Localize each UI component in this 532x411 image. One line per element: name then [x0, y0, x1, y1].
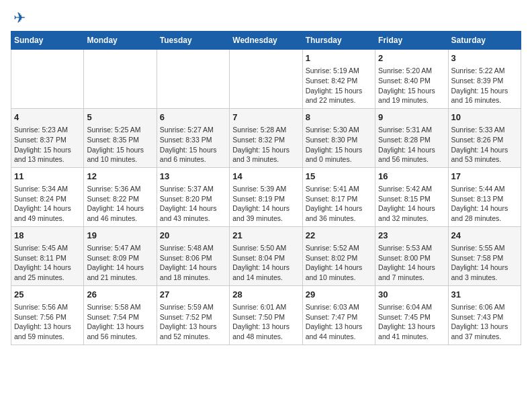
day-detail: Sunrise: 6:06 AM	[451, 303, 505, 311]
calendar-cell: 4Sunrise: 5:23 AMSunset: 8:37 PMDaylight…	[11, 108, 84, 167]
day-detail: and 16 minutes.	[451, 96, 502, 104]
day-detail: Sunset: 8:06 PM	[160, 254, 212, 262]
day-number: 19	[87, 230, 153, 242]
day-detail: Daylight: 15 hours	[232, 146, 290, 154]
day-detail: Daylight: 13 hours	[87, 322, 144, 330]
calendar-cell: 1Sunrise: 5:19 AMSunset: 8:42 PMDaylight…	[302, 50, 375, 109]
calendar-cell: 31Sunrise: 6:06 AMSunset: 7:43 PMDayligh…	[448, 285, 521, 345]
day-detail: Sunset: 8:35 PM	[87, 136, 139, 144]
calendar-cell: 13Sunrise: 5:37 AMSunset: 8:20 PMDayligh…	[157, 167, 229, 226]
day-detail: Sunset: 7:54 PM	[87, 313, 139, 321]
day-detail: Sunset: 8:28 PM	[378, 136, 431, 144]
weekday-header-friday: Friday	[375, 32, 448, 50]
calendar-cell: 10Sunrise: 5:33 AMSunset: 8:26 PMDayligh…	[448, 108, 521, 167]
day-detail: Sunrise: 5:48 AM	[160, 244, 214, 252]
day-detail: Sunset: 8:11 PM	[14, 254, 66, 262]
calendar-cell	[230, 50, 302, 109]
day-detail: and 10 minutes.	[87, 155, 137, 163]
calendar-week-row: 25Sunrise: 5:56 AMSunset: 7:56 PMDayligh…	[11, 285, 521, 345]
day-detail: and 25 minutes.	[14, 273, 64, 281]
calendar-cell: 16Sunrise: 5:42 AMSunset: 8:15 PMDayligh…	[375, 167, 448, 226]
day-detail: Daylight: 14 hours	[14, 204, 71, 212]
day-detail: and 56 minutes.	[87, 332, 137, 340]
day-detail: Sunset: 7:47 PM	[306, 313, 358, 321]
day-detail: Sunrise: 6:03 AM	[306, 303, 359, 311]
day-detail: Sunset: 8:40 PM	[378, 77, 431, 85]
calendar-cell: 19Sunrise: 5:47 AMSunset: 8:09 PMDayligh…	[84, 226, 157, 285]
day-detail: and 10 minutes.	[306, 273, 356, 281]
day-number: 26	[87, 289, 153, 301]
day-detail: Sunset: 8:24 PM	[14, 195, 66, 203]
day-detail: and 41 minutes.	[378, 332, 429, 340]
day-detail: and 0 minutes.	[306, 155, 352, 163]
day-number: 16	[378, 171, 445, 183]
weekday-header-saturday: Saturday	[448, 32, 521, 50]
day-detail: Daylight: 15 hours	[306, 87, 363, 95]
calendar-cell: 6Sunrise: 5:27 AMSunset: 8:33 PMDaylight…	[157, 108, 229, 167]
day-detail: Sunrise: 5:28 AM	[232, 126, 286, 134]
day-detail: Sunrise: 5:44 AM	[451, 185, 505, 193]
day-detail: and 59 minutes.	[14, 332, 64, 340]
calendar-week-row: 1Sunrise: 5:19 AMSunset: 8:42 PMDaylight…	[11, 50, 521, 109]
day-detail: and 44 minutes.	[306, 332, 356, 340]
day-detail: Sunrise: 5:50 AM	[232, 244, 286, 252]
calendar-week-row: 11Sunrise: 5:34 AMSunset: 8:24 PMDayligh…	[11, 167, 521, 226]
day-detail: Daylight: 14 hours	[306, 204, 363, 212]
day-number: 15	[306, 171, 372, 183]
day-detail: Sunset: 7:58 PM	[451, 254, 504, 262]
calendar-cell: 27Sunrise: 5:59 AMSunset: 7:52 PMDayligh…	[157, 285, 229, 345]
day-detail: Sunset: 7:52 PM	[160, 313, 212, 321]
day-detail: Daylight: 15 hours	[87, 146, 144, 154]
day-number: 7	[232, 111, 299, 124]
calendar-cell: 3Sunrise: 5:22 AMSunset: 8:39 PMDaylight…	[448, 50, 521, 109]
day-detail: Daylight: 15 hours	[451, 87, 508, 95]
day-detail: Sunset: 8:37 PM	[14, 136, 66, 144]
calendar-cell: 18Sunrise: 5:45 AMSunset: 8:11 PMDayligh…	[11, 226, 84, 285]
day-number: 20	[160, 230, 226, 242]
calendar-cell: 28Sunrise: 6:01 AMSunset: 7:50 PMDayligh…	[230, 285, 302, 345]
day-detail: and 21 minutes.	[87, 273, 137, 281]
calendar-cell	[11, 50, 84, 109]
day-detail: and 48 minutes.	[232, 332, 283, 340]
day-detail: Daylight: 13 hours	[306, 322, 363, 330]
day-detail: and 22 minutes.	[306, 96, 356, 104]
day-detail: Sunset: 7:56 PM	[14, 313, 66, 321]
day-detail: Daylight: 14 hours	[451, 204, 508, 212]
day-number: 13	[160, 171, 226, 183]
day-detail: and 56 minutes.	[378, 155, 429, 163]
calendar-cell: 29Sunrise: 6:03 AMSunset: 7:47 PMDayligh…	[302, 285, 375, 345]
day-detail: Sunrise: 5:42 AM	[378, 185, 432, 193]
day-number: 31	[451, 289, 518, 301]
day-detail: Sunrise: 5:47 AM	[87, 244, 140, 252]
calendar-cell: 14Sunrise: 5:39 AMSunset: 8:19 PMDayligh…	[230, 167, 302, 226]
day-detail: and 49 minutes.	[14, 214, 64, 222]
day-detail: Daylight: 13 hours	[232, 322, 290, 330]
day-detail: and 53 minutes.	[451, 155, 502, 163]
day-detail: Sunset: 7:45 PM	[378, 313, 431, 321]
calendar-cell: 8Sunrise: 5:30 AMSunset: 8:30 PMDaylight…	[302, 108, 375, 167]
day-number: 18	[14, 230, 81, 242]
calendar-cell: 5Sunrise: 5:25 AMSunset: 8:35 PMDaylight…	[84, 108, 157, 167]
calendar-cell: 11Sunrise: 5:34 AMSunset: 8:24 PMDayligh…	[11, 167, 84, 226]
weekday-header-thursday: Thursday	[302, 32, 375, 50]
day-detail: Sunrise: 5:20 AM	[378, 66, 432, 75]
day-detail: Daylight: 14 hours	[160, 263, 217, 271]
day-detail: Sunset: 8:20 PM	[160, 195, 212, 203]
day-detail: Sunrise: 5:52 AM	[306, 244, 359, 252]
day-detail: Sunset: 8:26 PM	[451, 136, 504, 144]
day-number: 12	[87, 171, 153, 183]
day-detail: Sunset: 8:33 PM	[160, 136, 212, 144]
day-number: 27	[160, 289, 226, 301]
day-number: 24	[451, 230, 518, 242]
day-detail: Daylight: 14 hours	[378, 263, 435, 271]
day-detail: Sunrise: 5:22 AM	[451, 66, 505, 75]
day-detail: Daylight: 13 hours	[14, 322, 71, 330]
day-detail: and 13 minutes.	[14, 155, 64, 163]
day-detail: Daylight: 15 hours	[14, 146, 71, 154]
day-detail: Daylight: 14 hours	[451, 263, 508, 271]
day-number: 29	[306, 289, 372, 301]
calendar-cell: 2Sunrise: 5:20 AMSunset: 8:40 PMDaylight…	[375, 50, 448, 109]
day-detail: Sunrise: 5:34 AM	[14, 185, 68, 193]
calendar-cell	[84, 50, 157, 109]
day-detail: Daylight: 14 hours	[14, 263, 71, 271]
